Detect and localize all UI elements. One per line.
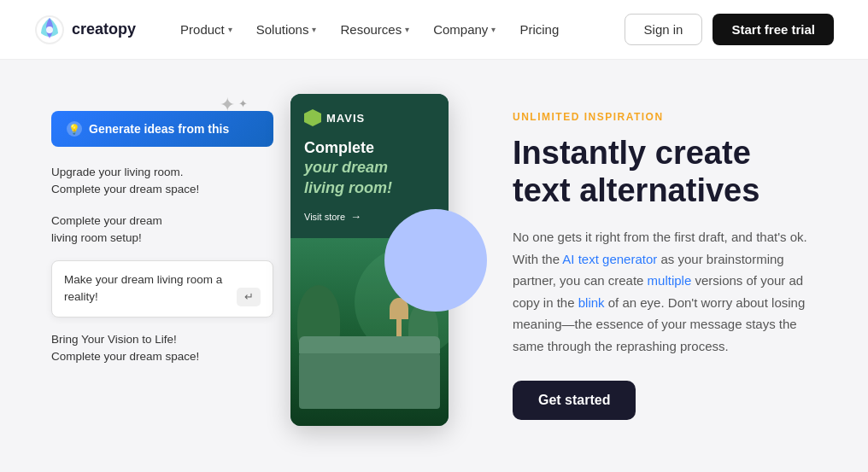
sparkle-icon: ✦	[220, 94, 235, 116]
chevron-down-icon: ▾	[405, 25, 409, 34]
idea-item-2: Complete your dream living room setup!	[51, 213, 273, 248]
brand-name: MAVIS	[326, 112, 365, 125]
sparkle-icon-small: ✦	[238, 97, 248, 116]
idea-input-text: Make your dream living room a reality!	[64, 271, 230, 306]
nav-solutions[interactable]: Solutions ▾	[246, 15, 327, 44]
card-cta-arrow-icon: →	[350, 210, 361, 223]
blink-link[interactable]: blink	[578, 295, 605, 310]
sparkles-decoration: ✦ ✦	[220, 94, 248, 116]
ai-text-generator-link[interactable]: AI text generator	[562, 252, 657, 266]
main-content: ✦ ✦ 💡 Generate ideas from this Upgrade y…	[0, 60, 868, 472]
nav-product[interactable]: Product ▾	[170, 15, 243, 44]
card-brand: MAVIS	[304, 109, 435, 126]
main-headline: Instantly create text alternatives	[513, 135, 820, 209]
body-paragraph: No one gets it right from the first draf…	[513, 226, 820, 357]
idea-item-1: Upgrade your living room. Complete your …	[51, 164, 273, 199]
logo-text: creatopy	[72, 20, 136, 38]
nav-links: Product ▾ Solutions ▾ Resources ▾ Compan…	[170, 15, 625, 44]
right-content: UNLIMITED INSPIRATION Instantly create t…	[461, 94, 820, 420]
navbar: creatopy Product ▾ Solutions ▾ Resources…	[0, 0, 868, 60]
get-started-button[interactable]: Get started	[513, 381, 636, 420]
idea-item-3: Bring Your Vision to Life! Complete your…	[51, 331, 273, 366]
bulb-icon: 💡	[67, 121, 82, 137]
section-tag: UNLIMITED INSPIRATION	[513, 111, 820, 123]
chevron-down-icon: ▾	[312, 25, 316, 34]
center-card-wrap: MAVIS Complete your dream living room! V…	[290, 94, 461, 426]
nav-actions: Sign in Start free trial	[625, 14, 834, 45]
logo-icon	[34, 15, 65, 45]
nav-resources[interactable]: Resources ▾	[330, 15, 419, 44]
nav-company[interactable]: Company ▾	[423, 15, 506, 44]
generate-ideas-button[interactable]: 💡 Generate ideas from this	[51, 111, 273, 147]
multiple-link[interactable]: multiple	[648, 273, 692, 288]
card-cta-text: Visit store	[304, 212, 345, 222]
left-panel: ✦ ✦ 💡 Generate ideas from this Upgrade y…	[51, 94, 273, 365]
idea-input-box: Make your dream living room a reality! ↵	[51, 260, 273, 318]
brand-logo-icon	[304, 109, 321, 126]
signin-button[interactable]: Sign in	[625, 14, 703, 45]
half-circle-decoration	[384, 209, 487, 312]
nav-pricing[interactable]: Pricing	[509, 15, 569, 44]
svg-point-1	[46, 26, 53, 33]
sofa-icon	[299, 349, 440, 409]
chevron-down-icon: ▾	[228, 25, 232, 34]
enter-icon: ↵	[237, 288, 261, 306]
card-headline: Complete your dream living room!	[304, 138, 435, 198]
chevron-down-icon: ▾	[491, 25, 496, 34]
logo[interactable]: creatopy	[34, 15, 136, 45]
trial-button[interactable]: Start free trial	[713, 14, 834, 45]
